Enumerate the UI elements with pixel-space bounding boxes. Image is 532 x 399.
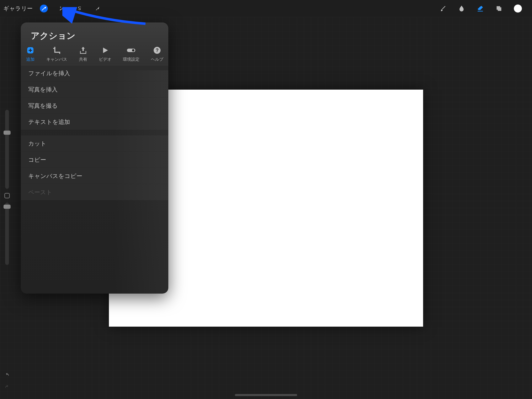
undo-redo-group (4, 372, 10, 391)
eraser-button[interactable] (476, 5, 484, 13)
svg-point-2 (132, 49, 134, 51)
tab-label: 追加 (26, 57, 34, 62)
row-copy[interactable]: コピー (21, 152, 168, 168)
plus-badge-icon (26, 46, 35, 55)
popover-tabs: 追加 キャンバス 共有 ビデオ 環境設定 (21, 46, 168, 65)
row-gap (21, 130, 168, 135)
row-add-text[interactable]: テキストを追加 (21, 114, 168, 130)
wand-icon (59, 6, 64, 11)
actions-wrench-button[interactable] (40, 5, 48, 13)
row-copy-canvas[interactable]: キャンバスをコピー (21, 168, 168, 184)
brush-icon (439, 5, 446, 12)
transform-button[interactable] (94, 5, 101, 13)
play-icon (101, 46, 110, 55)
tab-help[interactable]: ? ヘルプ (151, 46, 163, 62)
smudge-button[interactable] (458, 5, 466, 13)
row-paste: ペースト (21, 184, 168, 200)
tab-label: キャンバス (46, 57, 67, 62)
share-icon (79, 46, 88, 55)
row-take-photo[interactable]: 写真を撮る (21, 98, 168, 114)
selection-s-icon (77, 6, 82, 11)
color-swatch-button[interactable] (514, 4, 522, 13)
gallery-button[interactable]: ギャラリー (3, 5, 33, 12)
row-insert-photo[interactable]: 写真を挿入 (21, 82, 168, 98)
row-cut[interactable]: カット (21, 135, 168, 152)
brush-opacity-thumb[interactable] (4, 205, 11, 209)
adjustments-button[interactable] (58, 5, 66, 13)
help-icon: ? (152, 46, 162, 55)
tab-label: 共有 (79, 57, 87, 62)
brush-opacity-slider[interactable] (5, 203, 9, 265)
svg-text:?: ? (156, 48, 158, 53)
brush-size-slider[interactable] (5, 110, 9, 189)
transform-cursor-icon (95, 6, 100, 11)
brush-size-thumb[interactable] (4, 131, 11, 135)
tab-label: ビデオ (99, 57, 111, 62)
actions-popover: アクション 追加 キャンバス 共有 ビデオ (21, 22, 168, 294)
top-toolbar-right (439, 4, 532, 13)
smudge-icon (458, 5, 465, 12)
home-indicator (235, 394, 297, 396)
tab-label: 環境設定 (123, 57, 139, 62)
tab-add[interactable]: 追加 (26, 46, 35, 62)
tab-prefs[interactable]: 環境設定 (123, 46, 139, 62)
undo-icon (4, 372, 10, 378)
selection-button[interactable] (76, 5, 83, 13)
tab-label: ヘルプ (151, 57, 163, 62)
layers-button[interactable] (495, 5, 503, 13)
row-insert-file[interactable]: ファイルを挿入 (21, 65, 168, 82)
redo-button[interactable] (4, 385, 10, 391)
wrench-icon (41, 6, 47, 11)
canvas-crop-icon (52, 46, 61, 55)
top-toolbar-left: ギャラリー (0, 5, 104, 13)
top-toolbar: ギャラリー (0, 0, 532, 17)
eraser-icon (477, 5, 484, 12)
toggle-icon (127, 46, 136, 55)
popover-title: アクション (21, 22, 168, 46)
tab-canvas[interactable]: キャンバス (46, 46, 67, 62)
tab-video[interactable]: ビデオ (99, 46, 111, 62)
eyedropper-button[interactable] (4, 193, 10, 198)
popover-list: ファイルを挿入 写真を挿入 写真を撮る テキストを追加 カット コピー キャンバ… (21, 65, 168, 200)
layers-icon (495, 5, 502, 12)
brush-button[interactable] (439, 5, 447, 13)
tab-share[interactable]: 共有 (79, 46, 88, 62)
redo-icon (4, 385, 10, 390)
undo-button[interactable] (4, 372, 10, 379)
left-sidebar (1, 17, 13, 399)
